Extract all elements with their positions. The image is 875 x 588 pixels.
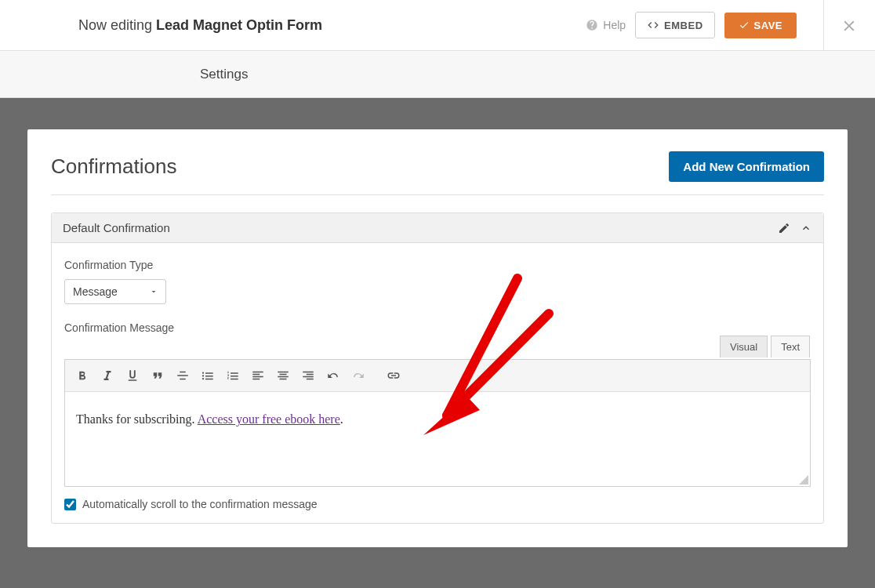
settings-panel: Confirmations Add New Confirmation Defau… bbox=[27, 129, 848, 547]
align-center-icon bbox=[276, 368, 290, 383]
help-label: Help bbox=[603, 19, 626, 31]
bold-button[interactable] bbox=[71, 365, 93, 387]
confirmation-box: Default Confirmation Confirmation Type M… bbox=[51, 212, 824, 524]
close-icon bbox=[841, 17, 858, 34]
align-right-button[interactable] bbox=[297, 365, 319, 387]
panel-header: Confirmations Add New Confirmation bbox=[51, 151, 824, 195]
numbered-list-button[interactable] bbox=[222, 365, 244, 387]
editing-prefix: Now editing bbox=[78, 17, 152, 33]
type-select-value: Message bbox=[64, 279, 166, 304]
confirmation-title: Default Confirmation bbox=[63, 221, 170, 234]
undo-button[interactable] bbox=[322, 365, 344, 387]
editor-tab-text[interactable]: Text bbox=[771, 336, 810, 358]
content-area: Confirmations Add New Confirmation Defau… bbox=[0, 98, 875, 588]
redo-button[interactable] bbox=[347, 365, 369, 387]
underline-button[interactable] bbox=[122, 365, 143, 387]
confirmation-body: Confirmation Type Message Confirmation M… bbox=[52, 243, 823, 523]
editor-box: Thanks for subscribing. Access your free… bbox=[64, 359, 811, 487]
autoscroll-row[interactable]: Automatically scroll to the confirmation… bbox=[64, 498, 811, 510]
bullet-list-icon bbox=[201, 368, 215, 383]
numbered-list-icon bbox=[226, 368, 240, 383]
embed-button[interactable]: EMBED bbox=[635, 12, 714, 38]
add-confirmation-button[interactable]: Add New Confirmation bbox=[669, 151, 824, 182]
autoscroll-checkbox[interactable] bbox=[64, 499, 76, 510]
bold-icon bbox=[75, 368, 89, 383]
tab-settings[interactable]: Settings bbox=[200, 67, 248, 82]
editor-toolbar bbox=[65, 360, 810, 392]
check-icon bbox=[739, 20, 750, 31]
editing-title: Lead Magnet Optin Form bbox=[156, 17, 322, 33]
strikethrough-icon bbox=[176, 368, 190, 383]
message-suffix: . bbox=[340, 412, 343, 426]
panel-title: Confirmations bbox=[51, 154, 176, 179]
close-button[interactable] bbox=[841, 17, 858, 38]
align-left-icon bbox=[251, 368, 265, 383]
editor-tab-visual[interactable]: Visual bbox=[720, 336, 768, 358]
code-icon bbox=[647, 19, 659, 31]
confirmation-header-actions bbox=[778, 222, 812, 234]
strikethrough-button[interactable] bbox=[172, 365, 194, 387]
type-select[interactable]: Message bbox=[64, 279, 166, 304]
align-left-button[interactable] bbox=[247, 365, 269, 387]
confirmation-header[interactable]: Default Confirmation bbox=[52, 213, 823, 243]
edit-icon[interactable] bbox=[778, 222, 790, 234]
tabs-row: Settings bbox=[0, 51, 875, 98]
help-icon bbox=[586, 19, 598, 31]
chevron-up-icon[interactable] bbox=[800, 222, 812, 234]
top-bar: Now editing Lead Magnet Optin Form Help … bbox=[0, 0, 875, 51]
save-label: SAVE bbox=[754, 20, 782, 31]
underline-icon bbox=[125, 368, 140, 383]
message-link[interactable]: Access your free ebook here bbox=[198, 412, 340, 426]
link-icon bbox=[387, 368, 401, 383]
align-right-icon bbox=[301, 368, 315, 383]
editor-tabs: Visual Text bbox=[720, 336, 810, 358]
type-label: Confirmation Type bbox=[64, 259, 811, 271]
italic-button[interactable] bbox=[96, 365, 118, 387]
redo-icon bbox=[351, 368, 365, 383]
undo-icon bbox=[326, 368, 340, 383]
embed-label: EMBED bbox=[664, 20, 703, 31]
divider bbox=[823, 0, 824, 51]
save-button[interactable]: SAVE bbox=[724, 13, 797, 38]
resize-handle[interactable] bbox=[799, 475, 808, 485]
quote-icon bbox=[151, 368, 165, 383]
italic-icon bbox=[100, 368, 114, 383]
help-link[interactable]: Help bbox=[586, 19, 626, 31]
message-label: Confirmation Message bbox=[64, 321, 811, 334]
bullet-list-button[interactable] bbox=[197, 365, 219, 387]
message-text: Thanks for subscribing. bbox=[76, 412, 198, 426]
top-bar-actions: Help EMBED SAVE bbox=[586, 12, 797, 38]
align-center-button[interactable] bbox=[272, 365, 294, 387]
editing-label: Now editing Lead Magnet Optin Form bbox=[78, 17, 322, 34]
toolbar-separator bbox=[376, 365, 376, 386]
autoscroll-label: Automatically scroll to the confirmation… bbox=[82, 498, 318, 510]
link-button[interactable] bbox=[383, 365, 405, 387]
editor-content[interactable]: Thanks for subscribing. Access your free… bbox=[65, 392, 810, 486]
blockquote-button[interactable] bbox=[147, 365, 169, 387]
editor-wrap: Visual Text bbox=[64, 359, 811, 487]
